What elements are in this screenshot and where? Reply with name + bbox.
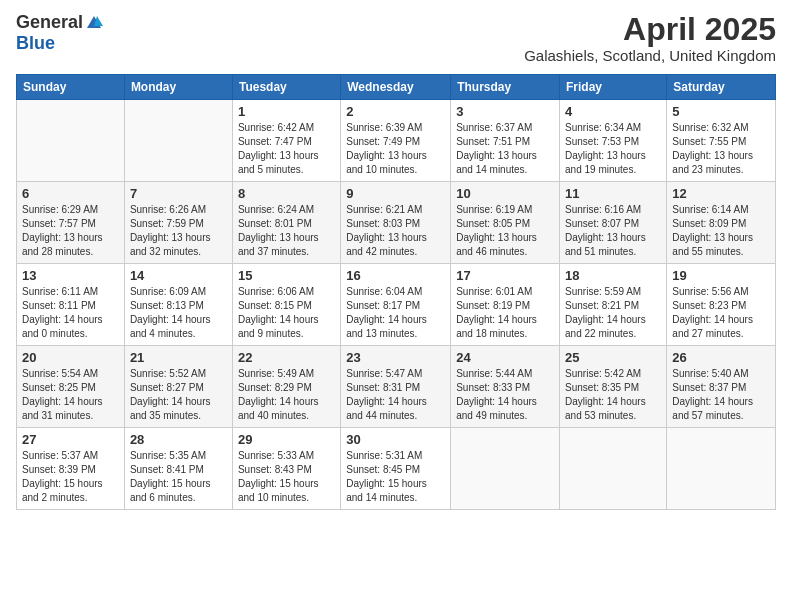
- calendar-cell: 3Sunrise: 6:37 AM Sunset: 7:51 PM Daylig…: [451, 100, 560, 182]
- day-number: 18: [565, 268, 661, 283]
- calendar-cell: 25Sunrise: 5:42 AM Sunset: 8:35 PM Dayli…: [560, 346, 667, 428]
- calendar-cell: 1Sunrise: 6:42 AM Sunset: 7:47 PM Daylig…: [232, 100, 340, 182]
- header: General Blue April 2025 Galashiels, Scot…: [16, 12, 776, 64]
- calendar-cell: 22Sunrise: 5:49 AM Sunset: 8:29 PM Dayli…: [232, 346, 340, 428]
- day-info: Sunrise: 5:42 AM Sunset: 8:35 PM Dayligh…: [565, 367, 661, 423]
- day-info: Sunrise: 5:56 AM Sunset: 8:23 PM Dayligh…: [672, 285, 770, 341]
- day-info: Sunrise: 5:49 AM Sunset: 8:29 PM Dayligh…: [238, 367, 335, 423]
- weekday-header-monday: Monday: [124, 75, 232, 100]
- day-info: Sunrise: 6:19 AM Sunset: 8:05 PM Dayligh…: [456, 203, 554, 259]
- weekday-header-saturday: Saturday: [667, 75, 776, 100]
- calendar-cell: 6Sunrise: 6:29 AM Sunset: 7:57 PM Daylig…: [17, 182, 125, 264]
- day-number: 5: [672, 104, 770, 119]
- calendar-cell: 4Sunrise: 6:34 AM Sunset: 7:53 PM Daylig…: [560, 100, 667, 182]
- weekday-header-sunday: Sunday: [17, 75, 125, 100]
- day-number: 23: [346, 350, 445, 365]
- calendar-week-row: 6Sunrise: 6:29 AM Sunset: 7:57 PM Daylig…: [17, 182, 776, 264]
- day-number: 28: [130, 432, 227, 447]
- calendar-cell: 15Sunrise: 6:06 AM Sunset: 8:15 PM Dayli…: [232, 264, 340, 346]
- weekday-header-wednesday: Wednesday: [341, 75, 451, 100]
- day-number: 24: [456, 350, 554, 365]
- day-number: 1: [238, 104, 335, 119]
- day-info: Sunrise: 6:04 AM Sunset: 8:17 PM Dayligh…: [346, 285, 445, 341]
- calendar-week-row: 20Sunrise: 5:54 AM Sunset: 8:25 PM Dayli…: [17, 346, 776, 428]
- day-info: Sunrise: 6:32 AM Sunset: 7:55 PM Dayligh…: [672, 121, 770, 177]
- day-info: Sunrise: 6:06 AM Sunset: 8:15 PM Dayligh…: [238, 285, 335, 341]
- day-number: 27: [22, 432, 119, 447]
- day-number: 3: [456, 104, 554, 119]
- calendar-cell: 14Sunrise: 6:09 AM Sunset: 8:13 PM Dayli…: [124, 264, 232, 346]
- day-number: 21: [130, 350, 227, 365]
- day-number: 8: [238, 186, 335, 201]
- logo-icon: [85, 14, 103, 32]
- calendar-cell: 11Sunrise: 6:16 AM Sunset: 8:07 PM Dayli…: [560, 182, 667, 264]
- calendar-cell: 27Sunrise: 5:37 AM Sunset: 8:39 PM Dayli…: [17, 428, 125, 510]
- calendar-cell: 23Sunrise: 5:47 AM Sunset: 8:31 PM Dayli…: [341, 346, 451, 428]
- day-info: Sunrise: 6:42 AM Sunset: 7:47 PM Dayligh…: [238, 121, 335, 177]
- weekday-header-tuesday: Tuesday: [232, 75, 340, 100]
- day-info: Sunrise: 5:54 AM Sunset: 8:25 PM Dayligh…: [22, 367, 119, 423]
- calendar-cell: 13Sunrise: 6:11 AM Sunset: 8:11 PM Dayli…: [17, 264, 125, 346]
- calendar-cell: 9Sunrise: 6:21 AM Sunset: 8:03 PM Daylig…: [341, 182, 451, 264]
- day-number: 19: [672, 268, 770, 283]
- calendar-cell: 21Sunrise: 5:52 AM Sunset: 8:27 PM Dayli…: [124, 346, 232, 428]
- day-info: Sunrise: 6:01 AM Sunset: 8:19 PM Dayligh…: [456, 285, 554, 341]
- calendar-cell: 29Sunrise: 5:33 AM Sunset: 8:43 PM Dayli…: [232, 428, 340, 510]
- day-number: 7: [130, 186, 227, 201]
- title-section: April 2025 Galashiels, Scotland, United …: [524, 12, 776, 64]
- day-info: Sunrise: 6:29 AM Sunset: 7:57 PM Dayligh…: [22, 203, 119, 259]
- calendar-cell: 26Sunrise: 5:40 AM Sunset: 8:37 PM Dayli…: [667, 346, 776, 428]
- day-number: 26: [672, 350, 770, 365]
- day-number: 12: [672, 186, 770, 201]
- calendar-cell: 17Sunrise: 6:01 AM Sunset: 8:19 PM Dayli…: [451, 264, 560, 346]
- day-number: 11: [565, 186, 661, 201]
- calendar-week-row: 27Sunrise: 5:37 AM Sunset: 8:39 PM Dayli…: [17, 428, 776, 510]
- calendar-week-row: 13Sunrise: 6:11 AM Sunset: 8:11 PM Dayli…: [17, 264, 776, 346]
- calendar-cell: 8Sunrise: 6:24 AM Sunset: 8:01 PM Daylig…: [232, 182, 340, 264]
- day-number: 13: [22, 268, 119, 283]
- day-number: 16: [346, 268, 445, 283]
- day-info: Sunrise: 6:09 AM Sunset: 8:13 PM Dayligh…: [130, 285, 227, 341]
- day-info: Sunrise: 5:35 AM Sunset: 8:41 PM Dayligh…: [130, 449, 227, 505]
- calendar-week-row: 1Sunrise: 6:42 AM Sunset: 7:47 PM Daylig…: [17, 100, 776, 182]
- day-info: Sunrise: 6:39 AM Sunset: 7:49 PM Dayligh…: [346, 121, 445, 177]
- day-info: Sunrise: 6:14 AM Sunset: 8:09 PM Dayligh…: [672, 203, 770, 259]
- calendar-cell: 12Sunrise: 6:14 AM Sunset: 8:09 PM Dayli…: [667, 182, 776, 264]
- calendar-cell: 18Sunrise: 5:59 AM Sunset: 8:21 PM Dayli…: [560, 264, 667, 346]
- day-info: Sunrise: 5:59 AM Sunset: 8:21 PM Dayligh…: [565, 285, 661, 341]
- weekday-header-thursday: Thursday: [451, 75, 560, 100]
- calendar-cell: [451, 428, 560, 510]
- calendar-cell: 7Sunrise: 6:26 AM Sunset: 7:59 PM Daylig…: [124, 182, 232, 264]
- calendar-cell: 30Sunrise: 5:31 AM Sunset: 8:45 PM Dayli…: [341, 428, 451, 510]
- day-number: 4: [565, 104, 661, 119]
- day-number: 17: [456, 268, 554, 283]
- day-number: 22: [238, 350, 335, 365]
- calendar-cell: 24Sunrise: 5:44 AM Sunset: 8:33 PM Dayli…: [451, 346, 560, 428]
- calendar-cell: 10Sunrise: 6:19 AM Sunset: 8:05 PM Dayli…: [451, 182, 560, 264]
- day-info: Sunrise: 6:21 AM Sunset: 8:03 PM Dayligh…: [346, 203, 445, 259]
- day-info: Sunrise: 6:16 AM Sunset: 8:07 PM Dayligh…: [565, 203, 661, 259]
- calendar-cell: 28Sunrise: 5:35 AM Sunset: 8:41 PM Dayli…: [124, 428, 232, 510]
- logo-blue-text: Blue: [16, 33, 55, 54]
- day-number: 30: [346, 432, 445, 447]
- day-info: Sunrise: 6:37 AM Sunset: 7:51 PM Dayligh…: [456, 121, 554, 177]
- page: General Blue April 2025 Galashiels, Scot…: [0, 0, 792, 612]
- logo: General Blue: [16, 12, 103, 54]
- day-info: Sunrise: 6:11 AM Sunset: 8:11 PM Dayligh…: [22, 285, 119, 341]
- calendar-cell: [17, 100, 125, 182]
- day-number: 15: [238, 268, 335, 283]
- day-info: Sunrise: 5:33 AM Sunset: 8:43 PM Dayligh…: [238, 449, 335, 505]
- calendar-cell: [560, 428, 667, 510]
- calendar-cell: 19Sunrise: 5:56 AM Sunset: 8:23 PM Dayli…: [667, 264, 776, 346]
- day-info: Sunrise: 5:40 AM Sunset: 8:37 PM Dayligh…: [672, 367, 770, 423]
- day-info: Sunrise: 5:44 AM Sunset: 8:33 PM Dayligh…: [456, 367, 554, 423]
- calendar-cell: 5Sunrise: 6:32 AM Sunset: 7:55 PM Daylig…: [667, 100, 776, 182]
- day-info: Sunrise: 6:24 AM Sunset: 8:01 PM Dayligh…: [238, 203, 335, 259]
- weekday-header-friday: Friday: [560, 75, 667, 100]
- calendar-cell: [124, 100, 232, 182]
- day-info: Sunrise: 5:47 AM Sunset: 8:31 PM Dayligh…: [346, 367, 445, 423]
- main-title: April 2025: [524, 12, 776, 47]
- day-info: Sunrise: 6:34 AM Sunset: 7:53 PM Dayligh…: [565, 121, 661, 177]
- day-info: Sunrise: 5:31 AM Sunset: 8:45 PM Dayligh…: [346, 449, 445, 505]
- day-info: Sunrise: 5:52 AM Sunset: 8:27 PM Dayligh…: [130, 367, 227, 423]
